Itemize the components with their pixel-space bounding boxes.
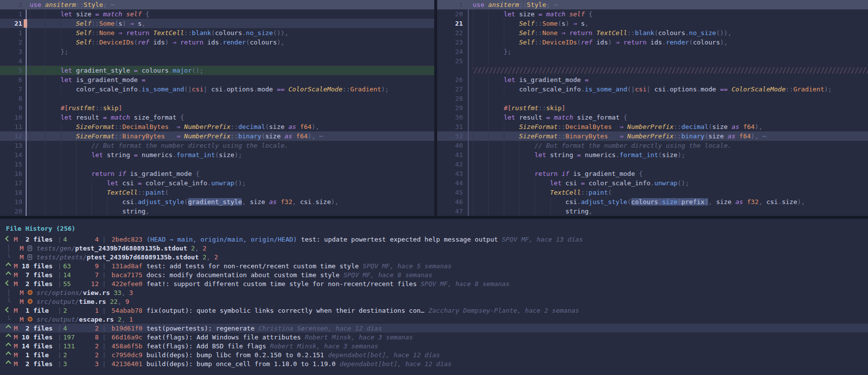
chevron-right-icon[interactable] — [6, 324, 14, 333]
code-line[interactable]: 18 TextCell::paint( — [0, 188, 434, 197]
commit-file-row[interactable]: └Mtests/ptests/ptest_2439b7d68089135b.st… — [0, 252, 868, 261]
chevron-down-icon[interactable] — [6, 306, 14, 315]
code-line[interactable]: 28 — [437, 94, 868, 103]
spacer — [106, 297, 110, 306]
chevron-glyph — [5, 307, 10, 312]
commit-row[interactable]: M 2 files|33|42136401build(deps): bump o… — [0, 359, 868, 368]
insertions-count: 4 — [63, 235, 80, 244]
line-number: 1 — [437, 0, 463, 9]
indent-guide — [488, 38, 489, 47]
chevron-right-icon[interactable] — [6, 350, 14, 359]
code-line[interactable]: 10 let result = match size_format { — [0, 113, 434, 122]
token: skip — [546, 104, 562, 112]
code-line[interactable]: 2 Self::DeviceIDs(ref ids) ⇒ return ids.… — [0, 38, 434, 47]
code-line[interactable]: 16 return if is_gradient_mode { — [0, 169, 434, 178]
chevron-right-icon[interactable] — [6, 261, 14, 270]
code-line[interactable]: 1 Self::None ⇒ return TextCell::blank(co… — [0, 28, 434, 38]
code-line[interactable]: 13 // But format the number directly usi… — [0, 141, 434, 150]
code-line[interactable]: 6 let is_gradient_mode = — [0, 75, 434, 84]
code-line[interactable]: 25 — [437, 56, 868, 66]
commit-row[interactable]: M 1 file |21|54abab78fix(output): quote … — [0, 306, 868, 315]
token: Self — [76, 20, 91, 27]
status-letter: M — [20, 252, 28, 261]
token — [612, 123, 620, 130]
indent — [473, 85, 519, 93]
token: csi — [654, 85, 666, 93]
column-divider: | — [101, 350, 108, 359]
code-line[interactable]: 45 TextCell::paint( — [437, 188, 868, 197]
code-line[interactable]: 20 string, — [0, 207, 434, 216]
code-line[interactable]: 4 — [0, 56, 434, 66]
code-line[interactable]: 44 let csi = color_scale_info.unwrap(); — [437, 178, 868, 188]
commit-row[interactable]: M 2 files|5512|422efee0feat!: support di… — [0, 279, 868, 288]
code-line[interactable]: 19 csi.adjust_style(gradient_style, size… — [0, 197, 434, 207]
code-line[interactable]: 21 Self::Some(s) ⇒ s, — [0, 19, 434, 28]
code-line[interactable]: 30 let result = match size_format { — [437, 113, 868, 122]
code-line[interactable]: 47 string, — [437, 207, 868, 216]
token: return — [91, 170, 118, 177]
code-line[interactable]: 20 let size = match self { — [437, 9, 868, 19]
chevron-right-icon[interactable] — [6, 270, 14, 279]
code-line[interactable]: 7 color_scale_info.is_some_and(|csi| csi… — [0, 84, 434, 94]
code-line[interactable]: 1 let size = match self { — [0, 9, 434, 19]
chevron-right-icon[interactable] — [6, 333, 14, 341]
commit-row[interactable]: M10 files|1978|66d16a9cfeat(flags): Add … — [0, 333, 868, 341]
code-line[interactable]: 31 SizeFormat::DecimalBytes ⇒ NumberPref… — [437, 122, 868, 131]
code-line[interactable] — [437, 66, 868, 75]
indent — [30, 123, 76, 130]
indent-guide — [30, 47, 30, 56]
code-line[interactable]: 11 SizeFormat::DecimalBytes ⇒ NumberPref… — [0, 122, 434, 131]
code-line[interactable]: 42 — [437, 160, 868, 169]
chevron-right-icon[interactable] — [6, 341, 14, 350]
code-text — [30, 94, 434, 103]
code-line[interactable]: 8 — [0, 94, 434, 103]
chevron-down-icon[interactable] — [6, 279, 14, 288]
code-line[interactable]: 27 color_scale_info.is_some_and(|csi| cs… — [437, 84, 868, 94]
token: NumberPrefix — [184, 123, 230, 130]
code-line[interactable]: 29 #[rustfmt::skip] — [437, 103, 868, 113]
token: csi — [566, 179, 581, 187]
code-line[interactable]: 40 // But format the number directly usi… — [437, 141, 868, 150]
commit-file-row[interactable]: │Msrc/options/view.rs 33, 3 — [0, 288, 868, 297]
code-text: let string = numerics.format_int(size); — [473, 150, 868, 160]
commit-file-row[interactable]: └Msrc/output/time.rs 22, 9 — [0, 297, 868, 306]
code-text: let string = numerics.format_int(size); — [30, 150, 434, 160]
code-line[interactable]: 43 return if is_gradient_mode { — [437, 169, 868, 178]
code-line[interactable]: 17 let csi = color_scale_info.unwrap(); — [0, 178, 434, 188]
code-line[interactable]: 46 csi.adjust_style(colours.size(prefix)… — [437, 197, 868, 207]
code-line[interactable]: 26 let is_gradient_mode = — [437, 75, 868, 84]
code-line[interactable]: 24 }; — [437, 47, 868, 56]
commit-row[interactable]: M 2 files|42|b19d61f0test(powertests): r… — [0, 324, 868, 333]
code-line[interactable]: 21 Self::Some(s) ⇒ s, — [437, 19, 868, 28]
code-line[interactable]: 32 SizeFormat::BinaryBytes ⇒ NumberPrefi… — [437, 131, 868, 141]
code-line[interactable]: 23 Self::DeviceIDs(ref ids) ⇒ return ids… — [437, 38, 868, 47]
code-line[interactable]: 1use ansiterm::Style; ⋯ — [437, 0, 868, 9]
chevron-right-icon[interactable] — [6, 359, 14, 368]
column-divider: | — [56, 333, 63, 341]
commit-row[interactable]: M 1 file |22|c7950dc9build(deps): bump l… — [0, 350, 868, 359]
commit-file-row[interactable]: └Msrc/output/escape.rs 2, 1 — [0, 315, 868, 324]
code-line[interactable]: 41 let string = numerics.format_int(size… — [437, 150, 868, 160]
commit-row[interactable]: M 2 files|44|2bedc823(HEAD → main, origi… — [0, 235, 868, 244]
commit-row[interactable]: M 7 files|147|baca7175docs: modify docum… — [0, 270, 868, 279]
code-line[interactable]: 2use ansiterm::Style; ⋯ — [0, 0, 434, 9]
indent-guide — [30, 94, 30, 103]
code-line[interactable]: 5 let gradient_style = colours.major(); — [0, 66, 434, 75]
code-line[interactable]: 3 }; — [0, 47, 434, 56]
token: TextCell — [550, 189, 581, 196]
indent-guide — [61, 141, 61, 150]
commit-message: feat(flags): Add BSD file flags — [147, 341, 266, 350]
code-line[interactable]: 15 — [0, 160, 434, 169]
commit-row[interactable]: M18 files|639|131ad8aftest: add tests fo… — [0, 261, 868, 270]
code-line[interactable]: 9 #[rustfmt::skip] — [0, 103, 434, 113]
code-line[interactable]: 14 let string = numerics.format_int(size… — [0, 150, 434, 160]
token: :: — [184, 29, 192, 37]
chevron-down-icon[interactable] — [6, 235, 14, 244]
code-line[interactable]: 12 SizeFormat::BinaryBytes ⇒ NumberPrefi… — [0, 131, 434, 141]
insertions-count: 3 — [63, 359, 80, 368]
commit-row[interactable]: M14 files|1312|458a6f5bfeat(flags): Add … — [0, 341, 868, 350]
token: (| — [184, 85, 192, 93]
commit-file-row[interactable]: │Mtests/gen/ptest_2439b7d68089135b.stdou… — [0, 244, 868, 252]
line-number: 30 — [437, 113, 463, 122]
code-line[interactable]: 22 Self::None ⇒ return TextCell::blank(c… — [437, 28, 868, 38]
